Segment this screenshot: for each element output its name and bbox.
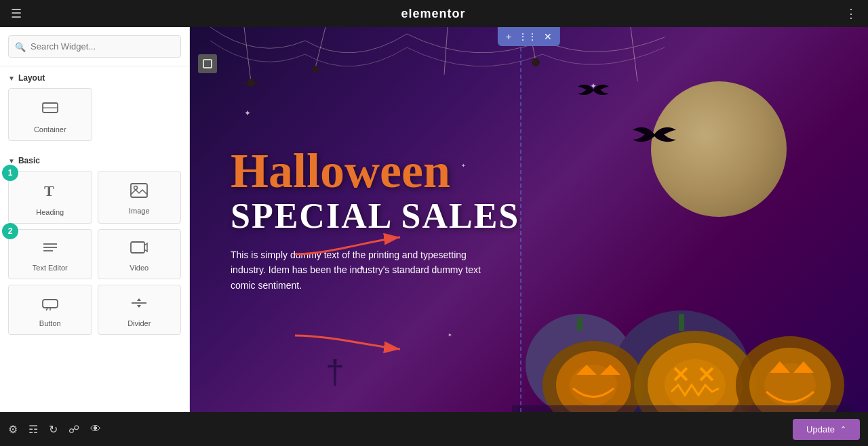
svg-marker-13 — [137, 298, 141, 301]
svg-marker-14 — [137, 305, 141, 308]
svg-line-24 — [243, 83, 247, 87]
image-label: Image — [129, 207, 150, 215]
main-content: 🔍 ▼ Layout Container — [0, 27, 868, 412]
float-add-button[interactable]: + — [503, 30, 514, 43]
layers-icon[interactable]: ☶ — [28, 423, 38, 436]
heading-icon: T — [41, 181, 60, 204]
svg-line-10 — [46, 308, 47, 310]
sparkle-4: ✦ — [448, 332, 452, 338]
layout-section: ▼ Layout Container — [0, 66, 189, 149]
button-label: Button — [39, 319, 61, 327]
update-chevron-icon: ⌃ — [840, 425, 846, 434]
canvas: + ⋮⋮ ✕ — [190, 27, 868, 412]
basic-arrow: ▼ — [8, 157, 15, 165]
float-move-button[interactable]: ⋮⋮ — [515, 30, 540, 43]
container-icon — [41, 98, 60, 121]
text-editor-icon — [41, 239, 60, 260]
svg-line-16 — [244, 27, 251, 81]
svg-line-18 — [444, 27, 448, 75]
history-icon[interactable]: ↻ — [49, 423, 58, 436]
widget-heading[interactable]: T Heading 1 — [8, 171, 92, 224]
halloween-background: ✦ ✦ ✦ ✦ ✦ — [190, 27, 868, 412]
container-label: Container — [34, 125, 66, 134]
svg-rect-3 — [131, 184, 147, 197]
top-bar: ☰ elementor ⋮ — [0, 0, 868, 27]
svg-rect-9 — [43, 300, 58, 308]
svg-point-21 — [247, 79, 255, 87]
layout-arrow: ▼ — [8, 75, 15, 82]
halloween-subtitle: Special Sales — [231, 199, 827, 234]
button-icon — [41, 295, 60, 315]
layout-section-title: ▼ Layout — [8, 73, 181, 83]
badge-2: 2 — [2, 223, 18, 239]
search-input[interactable] — [8, 35, 181, 58]
svg-rect-29 — [577, 317, 583, 331]
halloween-title: Halloween — [231, 146, 827, 195]
canvas-float-bar: + ⋮⋮ ✕ — [498, 27, 560, 46]
text-editor-label: Text Editor — [33, 264, 68, 272]
video-label: Video — [130, 264, 149, 272]
svg-point-22 — [312, 66, 319, 73]
widget-video[interactable]: Video — [98, 229, 182, 279]
divider-label: Divider — [127, 319, 151, 327]
eye-icon[interactable]: 👁 — [90, 423, 101, 436]
basic-section-title: ▼ Basic — [8, 156, 181, 165]
svg-line-26 — [255, 83, 260, 87]
svg-rect-31 — [679, 314, 684, 331]
hamburger-icon[interactable]: ☰ — [11, 6, 22, 21]
search-bar: 🔍 — [0, 27, 189, 66]
svg-line-17 — [315, 27, 326, 68]
logo: elementor — [401, 7, 465, 21]
widget-text-editor[interactable]: Text Editor 2 — [8, 229, 92, 279]
widget-container[interactable]: Container — [8, 88, 92, 141]
svg-point-47 — [665, 359, 726, 411]
settings-icon[interactable]: ⚙ — [8, 423, 18, 436]
sparkle-1: ✦ — [244, 108, 251, 118]
badge-1: 1 — [2, 165, 18, 181]
sidebar: 🔍 ▼ Layout Container — [0, 27, 190, 412]
heading-label: Heading — [36, 208, 64, 216]
gravestone: † — [326, 352, 344, 392]
basic-widget-grid: T Heading 1 — [8, 171, 181, 335]
widget-divider[interactable]: Divider — [98, 285, 182, 335]
update-button[interactable]: Update ⌃ — [793, 419, 860, 440]
svg-rect-8 — [131, 242, 144, 253]
video-icon — [130, 239, 149, 260]
section-handle[interactable] — [198, 54, 217, 73]
svg-point-4 — [134, 186, 138, 190]
svg-text:T: T — [44, 182, 54, 199]
svg-point-48 — [764, 363, 816, 407]
svg-rect-15 — [203, 60, 212, 68]
image-icon — [130, 182, 149, 203]
bottom-toolbar: ⚙ ☶ ↻ ☍ 👁 Update ⌃ — [0, 412, 868, 446]
layout-widget-grid: Container — [8, 88, 181, 141]
bottom-left-icons: ⚙ ☶ ↻ ☍ 👁 — [8, 423, 101, 436]
search-icon: 🔍 — [15, 41, 26, 52]
grid-icon[interactable]: ⋮ — [845, 6, 857, 21]
widget-image[interactable]: Image — [98, 171, 182, 224]
svg-rect-49 — [512, 405, 851, 412]
widget-button[interactable]: Button — [8, 285, 92, 335]
responsive-icon[interactable]: ☍ — [68, 423, 79, 436]
svg-point-46 — [570, 365, 617, 405]
halloween-desc: This is simply dummy text of the printin… — [231, 247, 502, 293]
divider-icon — [130, 295, 149, 315]
float-close-button[interactable]: ✕ — [541, 30, 555, 43]
basic-section: ▼ Basic T Heading 1 — [0, 149, 189, 343]
